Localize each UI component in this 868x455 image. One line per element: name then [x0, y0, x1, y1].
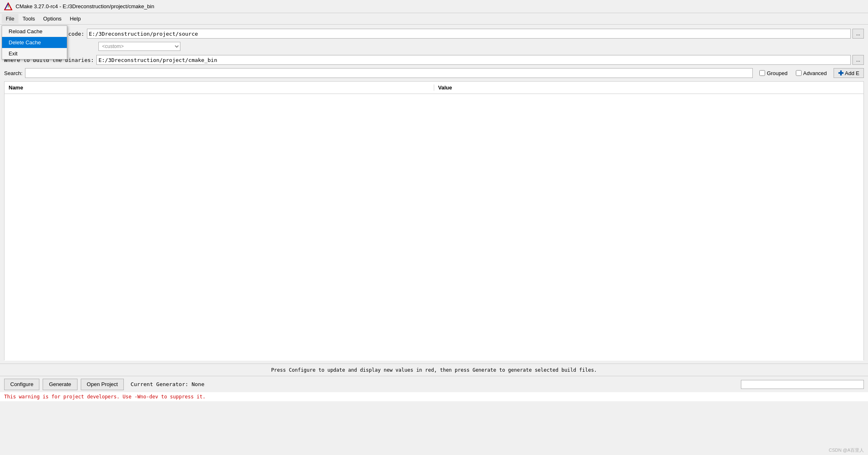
title-bar: CMake 3.27.0-rc4 - E:/3Dreconstruction/p…: [0, 0, 868, 13]
search-label: Search:: [4, 70, 23, 76]
cmake-logo-icon: [4, 2, 12, 11]
grouped-checkbox[interactable]: [759, 70, 765, 76]
status-text: Press Configure to update and display ne…: [0, 364, 868, 376]
advanced-checkbox-label[interactable]: Advanced: [796, 70, 827, 76]
generator-label: Current Generator: None: [130, 381, 204, 387]
configure-button[interactable]: Configure: [4, 379, 39, 390]
exit-item[interactable]: Exit: [2, 48, 67, 59]
delete-cache-item[interactable]: Delete Cache: [2, 37, 67, 48]
build-browse-button[interactable]: ...: [852, 55, 864, 65]
reload-cache-item[interactable]: Reload Cache: [2, 26, 67, 37]
menu-bar: File Reload Cache Delete Cache Exit Tool…: [0, 13, 868, 25]
source-path-row: Where is the source code: ...: [4, 28, 864, 39]
menu-help[interactable]: Help: [66, 14, 85, 23]
advanced-label: Advanced: [803, 70, 827, 76]
file-dropdown: Reload Cache Delete Cache Exit: [2, 25, 67, 59]
search-input[interactable]: [25, 68, 753, 78]
build-input[interactable]: [96, 55, 851, 65]
table-header: Name Value: [5, 82, 863, 94]
table-name-header: Name: [5, 85, 434, 91]
watermark: CSDN @A百里人: [829, 447, 864, 453]
bottom-toolbar: Configure Generate Open Project Current …: [0, 376, 868, 392]
search-row: Search: Grouped Advanced ✚ Add E: [4, 67, 864, 79]
add-entry-label: Add E: [845, 70, 859, 76]
menu-file[interactable]: File: [2, 14, 18, 23]
svg-line-4: [5, 3, 8, 9]
advanced-checkbox[interactable]: [796, 70, 802, 76]
checkbox-group: Grouped Advanced: [759, 70, 827, 76]
grouped-checkbox-label[interactable]: Grouped: [759, 70, 788, 76]
file-menu-container: File Reload Cache Delete Cache Exit: [2, 14, 18, 23]
status-message: Press Configure to update and display ne…: [271, 367, 597, 373]
progress-area: [741, 380, 864, 389]
add-entry-plus-icon: ✚: [838, 69, 843, 77]
generate-button[interactable]: Generate: [43, 379, 77, 390]
table-area: Name Value: [4, 81, 864, 360]
build-path-row: Where to build the binaries: ...: [4, 54, 864, 66]
grouped-label: Grouped: [767, 70, 788, 76]
menu-options[interactable]: Options: [39, 14, 66, 23]
svg-line-3: [8, 3, 11, 9]
custom-row: <custom>: [4, 41, 864, 52]
source-browse-button[interactable]: ...: [852, 29, 864, 39]
source-input[interactable]: [87, 29, 851, 39]
warning-text: This warning is for project developers. …: [0, 392, 868, 401]
table-body: [5, 94, 863, 361]
title-text: CMake 3.27.0-rc4 - E:/3Dreconstruction/p…: [16, 3, 154, 9]
main-content: Where is the source code: ... <custom> W…: [0, 25, 868, 364]
menu-tools[interactable]: Tools: [18, 14, 39, 23]
open-project-button[interactable]: Open Project: [81, 379, 124, 390]
table-value-header: Value: [434, 85, 456, 91]
custom-select[interactable]: <custom>: [98, 42, 180, 51]
add-entry-button[interactable]: ✚ Add E: [834, 68, 864, 78]
